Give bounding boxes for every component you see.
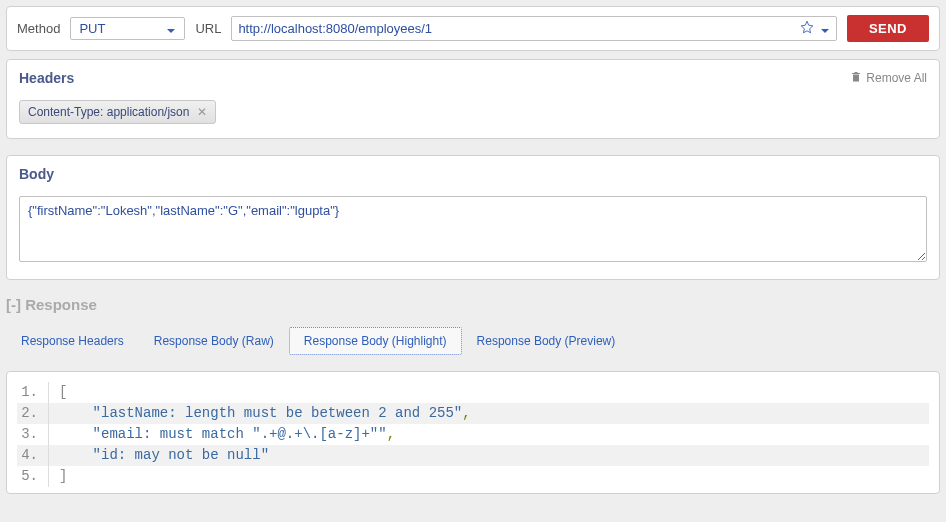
chevron-down-icon[interactable]: [820, 24, 830, 34]
star-icon[interactable]: [800, 20, 814, 37]
request-bar: Method PUT URL SEND: [6, 6, 940, 51]
code-line: 2. "lastName: length must be between 2 a…: [17, 403, 929, 424]
line-number: 4.: [17, 445, 49, 466]
chevron-down-icon: [166, 24, 176, 34]
response-code-panel: 1.[2. "lastName: length must be between …: [6, 371, 940, 494]
response-tab[interactable]: Response Body (Preview): [462, 327, 631, 355]
body-textarea[interactable]: [19, 196, 927, 262]
line-number: 3.: [17, 424, 49, 445]
remove-all-button[interactable]: Remove All: [850, 71, 927, 86]
method-label: Method: [17, 21, 60, 36]
url-label: URL: [195, 21, 221, 36]
code-content: [: [59, 382, 929, 403]
line-number: 2.: [17, 403, 49, 424]
response-tabs: Response HeadersResponse Body (Raw)Respo…: [6, 327, 940, 355]
trash-icon: [850, 71, 862, 86]
headers-title: Headers: [19, 70, 74, 86]
line-number: 1.: [17, 382, 49, 403]
code-line: 1.[: [17, 382, 929, 403]
header-tag[interactable]: Content-Type: application/json✕: [19, 100, 216, 124]
response-tab[interactable]: Response Body (Highlight): [289, 327, 462, 355]
url-input[interactable]: [238, 21, 799, 36]
response-tab[interactable]: Response Headers: [6, 327, 139, 355]
code-line: 4. "id: may not be null": [17, 445, 929, 466]
url-input-wrapper: [231, 16, 836, 41]
method-dropdown[interactable]: PUT: [70, 17, 185, 40]
send-button[interactable]: SEND: [847, 15, 929, 42]
body-title: Body: [19, 166, 54, 182]
code-content: "id: may not be null": [59, 445, 929, 466]
remove-all-label: Remove All: [866, 71, 927, 85]
response-tab[interactable]: Response Body (Raw): [139, 327, 289, 355]
code-content: "lastName: length must be between 2 and …: [59, 403, 929, 424]
close-icon[interactable]: ✕: [197, 105, 207, 119]
response-section: [-] Response Response HeadersResponse Bo…: [6, 296, 940, 494]
headers-panel: Headers Remove All Content-Type: applica…: [6, 59, 940, 139]
response-title: [-] Response: [6, 296, 940, 313]
line-number: 5.: [17, 466, 49, 487]
body-panel: Body: [6, 155, 940, 280]
code-line: 3. "email: must match ".+@.+\.[a-z]+"",: [17, 424, 929, 445]
code-content: ]: [59, 466, 929, 487]
method-value: PUT: [79, 21, 105, 36]
code-line: 5.]: [17, 466, 929, 487]
header-tag-text: Content-Type: application/json: [28, 105, 189, 119]
code-content: "email: must match ".+@.+\.[a-z]+"",: [59, 424, 929, 445]
